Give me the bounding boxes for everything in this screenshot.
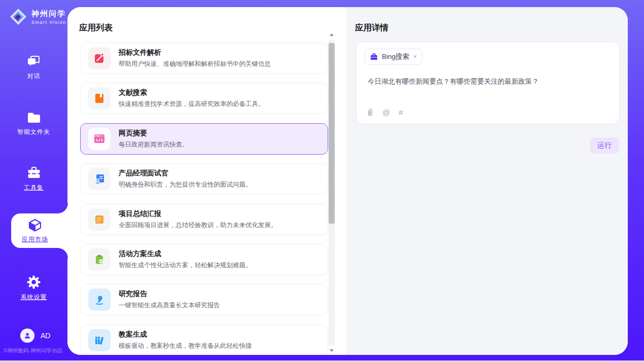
app-card-desc: 帮助用户快速、准确地理解和解析招标书中的关键信息 [119,60,271,68]
query-input[interactable]: 今日湖北有哪些新闻要点？有哪些需要关注的最新政策？ [368,77,606,87]
sticky-note-icon [88,208,111,231]
brand-name: 神州问学 [31,9,66,19]
sidebar-item-app-market[interactable]: 应用市场 [11,213,68,248]
app-card-web-summary[interactable]: 网页摘要 每日政府新闻资讯快查。 [80,123,328,155]
app-card-title: 网页摘要 [119,129,189,138]
app-list: 招标文件解析 帮助用户快速、准确地理解和解析招标书中的关键信息 文献搜索 快速精… [80,43,328,355]
copyright-text: ©神州数码·神州问学出品 [4,347,62,354]
user-account[interactable]: AD [20,329,50,343]
app-card-title: 活动方案生成 [119,249,252,259]
sidebar-item-label: 系统设置 [21,293,47,302]
user-initials: AD [41,332,50,340]
app-card-desc: 明确身份和职责，为您提供专业性的面试问题。 [119,180,252,189]
toolbox-icon [27,166,41,179]
tag-close-icon[interactable]: × [413,53,417,60]
app-card-lesson-plan[interactable]: 教案生成 模板驱动，教案秒生成，教学准备从此轻松快捷 [80,324,328,355]
app-card-pm-interviewer[interactable]: 产品经理面试官 明确身份和职责，为您提供专业性的面试问题。 [80,163,328,195]
compose-card[interactable]: Bing搜索 × 今日湖北有哪些新闻要点？有哪些需要关注的最新政策？ @ # [356,42,620,124]
app-frame: 神州问学 Smart Vision 对话 智能文件夹 工具集 [0,0,644,362]
app-card-title: 文献搜索 [119,88,265,97]
briefcase-icon [370,53,378,60]
brand-tagline: Smart Vision [31,20,66,25]
folder-icon [27,112,41,124]
app-detail-title: 应用详情 [355,22,388,33]
app-card-desc: 全面回顾项目进展，总结经验教训，助力未来优化发展。 [119,221,277,230]
browser-code-icon [88,128,111,150]
app-card-research-report[interactable]: 研究报告 一键智能生成高质量长文本研究报告 [80,284,328,315]
attachment-toolbar: @ # [367,108,403,117]
app-card-literature-search[interactable]: 文献搜索 快速精准查找学术资源，提高研究效率的必备工具。 [80,83,328,114]
sidebar-item-settings[interactable]: 系统设置 [0,275,67,302]
mention-icon[interactable]: @ [382,108,390,117]
scrollbar-down-arrow[interactable] [330,349,334,352]
paperclip-icon[interactable] [367,108,374,117]
sidebar-item-label: 工具集 [24,184,44,192]
tool-tag-label: Bing搜索 [382,52,409,61]
app-card-title: 项目总结汇报 [119,209,277,219]
books-icon [88,329,111,351]
cube-icon [28,218,42,232]
app-card-title: 教案生成 [119,330,252,339]
person-icon [23,332,31,340]
sidebar-item-chat[interactable]: 对话 [0,55,67,81]
clipboard-check-icon [88,248,111,271]
gear-icon [27,275,41,289]
app-card-title: 研究报告 [119,289,220,299]
avatar[interactable] [20,329,34,343]
app-detail-panel: 应用详情 Bing搜索 × 今日湖北有哪些新闻要点？有哪些需要关注的最新政策？ [346,7,628,355]
diamond-logo-icon [9,8,27,26]
tab-fillet-bottom [58,248,68,258]
sidebar-item-label: 智能文件夹 [17,128,50,136]
app-card-desc: 模板驱动，教案秒生成，教学准备从此轻松快捷 [119,342,252,350]
tool-tag-bing-search[interactable]: Bing搜索 × [365,49,422,65]
app-card-title: 招标文件解析 [119,48,271,57]
hash-icon[interactable]: # [399,108,403,117]
app-card-event-plan[interactable]: 活动方案生成 智能生成个性化活动方案，轻松解决规划难题。 [80,244,328,275]
chat-icon [27,55,41,68]
app-list-title: 应用列表 [79,22,113,33]
sidebar-item-label: 对话 [27,72,41,81]
app-card-desc: 一键智能生成高质量长文本研究报告 [119,301,220,310]
app-card-bid-parse[interactable]: 招标文件解析 帮助用户快速、准确地理解和解析招标书中的关键信息 [80,43,328,74]
app-card-project-summary[interactable]: 项目总结汇报 全面回顾项目进展，总结经验教训，助力未来优化发展。 [80,204,328,235]
microscope-icon [88,288,111,311]
app-list-panel: 应用列表 招标文件解析 帮助用户快速、准确地理解和解析招标书中的关键信息 [67,7,346,355]
main-content-card: 应用列表 招标文件解析 帮助用户快速、准确地理解和解析招标书中的关键信息 [67,7,628,355]
app-card-desc: 快速精准查找学术资源，提高研究效率的必备工具。 [119,100,265,108]
run-button[interactable]: 运行 [590,137,619,154]
sidebar-item-label: 应用市场 [22,235,48,244]
brand-logo: 神州问学 Smart Vision [9,8,66,26]
app-card-desc: 每日政府新闻资讯快查。 [119,140,189,149]
app-card-title: 产品经理面试官 [119,169,252,178]
sidebar-item-smart-folder[interactable]: 智能文件夹 [0,112,67,136]
book-icon [88,87,111,110]
interview-doc-icon [88,168,111,190]
scrollbar-track[interactable] [329,40,335,346]
scrollbar-up-arrow[interactable] [330,33,334,36]
scrollbar-thumb[interactable] [329,43,335,224]
tab-fillet-top [58,203,68,213]
app-card-desc: 智能生成个性化活动方案，轻松解决规划难题。 [119,261,252,270]
sidebar-item-toolset[interactable]: 工具集 [0,166,67,192]
edit-note-icon [88,47,111,69]
